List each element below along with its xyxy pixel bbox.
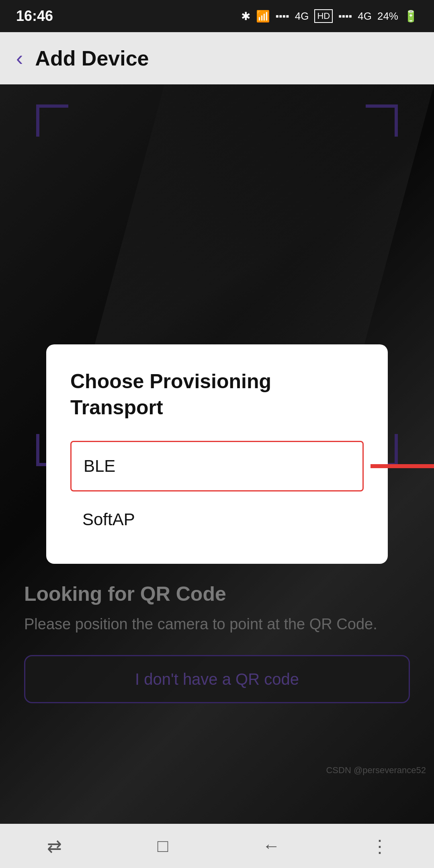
- provisioning-dialog: Choose Provisioning Transport BLE SoftAP: [46, 344, 388, 564]
- network2-label: 4G: [358, 10, 372, 23]
- dialog-overlay: Choose Provisioning Transport BLE SoftAP: [0, 84, 434, 824]
- wifi-icon: 📶: [256, 10, 270, 23]
- nav-home-icon[interactable]: □: [147, 830, 179, 862]
- softap-label: SoftAP: [82, 510, 135, 529]
- ble-label: BLE: [84, 457, 115, 475]
- dialog-title: Choose Provisioning Transport: [70, 368, 364, 421]
- arrow-icon: [371, 454, 434, 478]
- status-bar: 16:46 ✱ 📶 ▪▪▪▪ 4G HD ▪▪▪▪ 4G 24% 🔋: [0, 0, 434, 32]
- battery-icon: 🔋: [404, 10, 418, 23]
- nav-back-icon[interactable]: ⇄: [38, 830, 70, 862]
- page-title: Add Device: [35, 46, 149, 70]
- hd-badge: HD: [314, 9, 333, 23]
- bluetooth-icon: ✱: [241, 10, 250, 23]
- svg-marker-0: [371, 454, 434, 478]
- softap-option[interactable]: SoftAP: [70, 495, 364, 544]
- header-bar: ‹ Add Device: [0, 32, 434, 84]
- network-label: 4G: [295, 10, 309, 23]
- arrow-annotation: [371, 454, 434, 478]
- nav-menu-icon[interactable]: ⋮: [364, 830, 396, 862]
- status-icons: ✱ 📶 ▪▪▪▪ 4G HD ▪▪▪▪ 4G 24% 🔋: [241, 9, 418, 23]
- nav-recent-icon[interactable]: ←: [255, 830, 287, 862]
- back-button[interactable]: ‹: [16, 48, 23, 69]
- signal2-icon: ▪▪▪▪: [338, 10, 352, 22]
- signal-icon: ▪▪▪▪: [276, 10, 289, 22]
- ble-option[interactable]: BLE: [70, 441, 364, 491]
- status-time: 16:46: [16, 8, 53, 25]
- bottom-nav: ⇄ □ ← ⋮: [0, 824, 434, 868]
- battery-percent: 24%: [377, 10, 398, 23]
- camera-view: Looking for QR Code Please position the …: [0, 84, 434, 824]
